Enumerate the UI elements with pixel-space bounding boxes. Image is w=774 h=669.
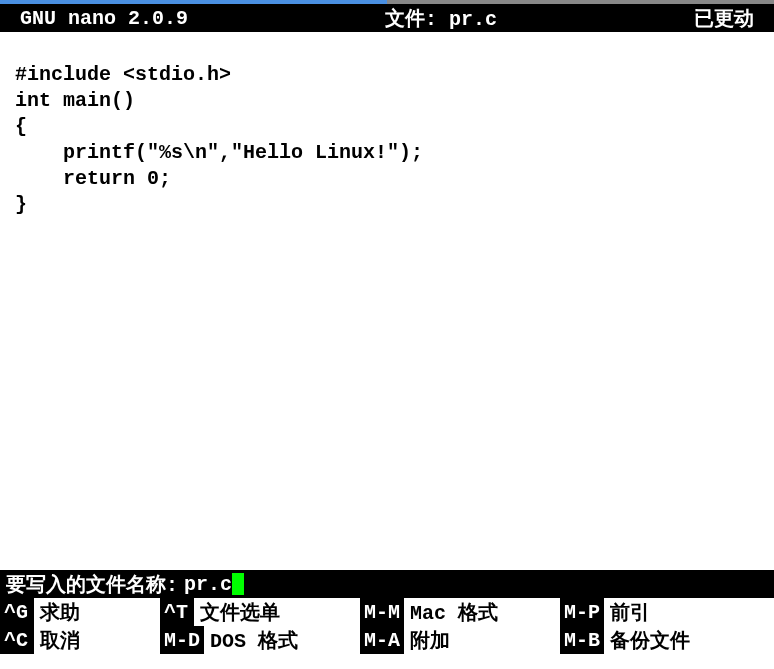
label-cancel: 取消: [34, 626, 86, 654]
key-dosformat: M-D: [160, 626, 204, 654]
editor-content[interactable]: #include <stdio.h> int main() { printf("…: [0, 32, 774, 570]
label-help: 求助: [34, 598, 86, 626]
key-append: M-A: [360, 626, 404, 654]
shortcut-filelist[interactable]: ^T 文件选单: [160, 598, 360, 626]
cursor: [232, 573, 244, 595]
key-help: ^G: [0, 598, 34, 626]
status-label: 已更动: [694, 5, 764, 32]
key-cancel: ^C: [0, 626, 34, 654]
shortcut-backup[interactable]: M-B 备份文件: [560, 626, 696, 654]
shortcuts-panel: ^G 求助 ^T 文件选单 M-M Mac 格式 M-P 前引 ^C 取消 M-…: [0, 598, 774, 654]
key-backup: M-B: [560, 626, 604, 654]
label-macformat: Mac 格式: [404, 598, 504, 626]
save-prompt[interactable]: 要写入的文件名称: pr.c: [0, 570, 774, 598]
key-filelist: ^T: [160, 598, 194, 626]
shortcut-dosformat[interactable]: M-D DOS 格式: [160, 626, 360, 654]
key-macformat: M-M: [360, 598, 404, 626]
file-label: 文件: pr.c: [188, 5, 694, 32]
prompt-value[interactable]: pr.c: [184, 573, 232, 596]
prompt-label: 要写入的文件名称:: [6, 571, 178, 598]
shortcut-row-2: ^C 取消 M-D DOS 格式 M-A 附加 M-B 备份文件: [0, 626, 774, 654]
label-backup: 备份文件: [604, 626, 696, 654]
shortcut-help[interactable]: ^G 求助: [0, 598, 160, 626]
shortcut-append[interactable]: M-A 附加: [360, 626, 560, 654]
shortcut-prepend[interactable]: M-P 前引: [560, 598, 656, 626]
shortcut-macformat[interactable]: M-M Mac 格式: [360, 598, 560, 626]
shortcut-cancel[interactable]: ^C 取消: [0, 626, 160, 654]
shortcut-row-1: ^G 求助 ^T 文件选单 M-M Mac 格式 M-P 前引: [0, 598, 774, 626]
key-prepend: M-P: [560, 598, 604, 626]
label-append: 附加: [404, 626, 456, 654]
title-bar: GNU nano 2.0.9 文件: pr.c 已更动: [0, 4, 774, 32]
label-filelist: 文件选单: [194, 598, 286, 626]
label-prepend: 前引: [604, 598, 656, 626]
label-dosformat: DOS 格式: [204, 626, 304, 654]
app-name: GNU nano 2.0.9: [10, 7, 188, 30]
